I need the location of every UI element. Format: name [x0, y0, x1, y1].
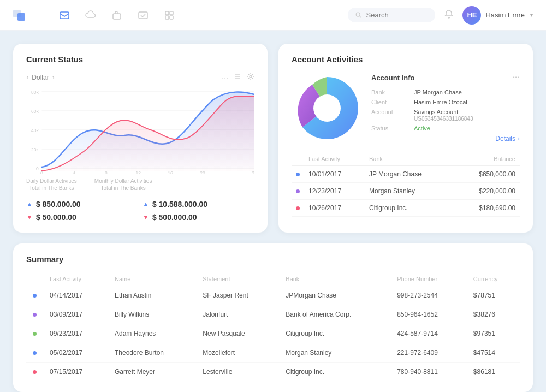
- status-info-row: Status Active: [371, 125, 520, 132]
- summary-currency: $97351: [467, 324, 520, 343]
- summary-name: Billy Wilkins: [108, 305, 196, 324]
- dot-cell: [292, 200, 304, 217]
- account-activities-card: Account Activities: [278, 44, 533, 233]
- main-content: Current Status ‹ Dollar › ···: [0, 31, 546, 392]
- summary-col-3: Statement: [196, 272, 279, 286]
- monthly-up-stat: ▲ $ 10.588.000.00: [143, 200, 254, 209]
- account-info-menu-btn[interactable]: ···: [513, 73, 520, 82]
- bank-label: Bank: [371, 89, 410, 96]
- chart-area: 80k 60k 40k 20k 0: [26, 86, 254, 174]
- summary-table-row: 03/09/2017 Billy Wilkins Jalonfurt Bank …: [26, 305, 520, 324]
- summary-table-row: 04/14/2017 Ethan Austin SF Jasper Rent J…: [26, 286, 520, 305]
- svg-rect-1: [17, 13, 25, 21]
- username-label: Hasim Emre: [485, 11, 525, 19]
- activity-bank: Morgan Stanley: [365, 183, 454, 200]
- top-navigation: HE Hasim Emre ▾: [0, 0, 546, 31]
- summary-dot-cell: [26, 324, 43, 343]
- summary-date: 05/02/2017: [43, 343, 108, 363]
- summary-name: Theodore Burton: [108, 343, 196, 363]
- activity-balance: $650,000.00: [454, 166, 520, 183]
- current-status-card: Current Status ‹ Dollar › ···: [13, 44, 268, 233]
- current-status-title: Current Status: [26, 55, 254, 64]
- status-value: Active: [414, 125, 520, 132]
- user-profile[interactable]: HE Hasim Emre ▾: [462, 6, 533, 25]
- pie-chart: [292, 73, 363, 144]
- nav-cloud-icon[interactable]: [85, 10, 96, 21]
- activity-table-row: 12/23/2017 Morgan Stanley $220,000.00: [292, 183, 520, 200]
- activity-date: 10/26/2017: [304, 200, 365, 217]
- daily-down-stat: ▼ $ 50.000.00: [26, 213, 138, 222]
- svg-rect-6: [170, 11, 173, 15]
- dot-cell: [292, 166, 304, 183]
- top-row: Current Status ‹ Dollar › ···: [13, 44, 533, 233]
- daily-up-stat: ▲ $ 850.000.00: [26, 200, 138, 209]
- summary-bank: Citigroup Inc.: [279, 363, 390, 382]
- activity-table-row: 10/01/2017 JP Morgan Chase $650,000.00: [292, 166, 520, 183]
- monthly-up-arrow-icon: ▲: [143, 200, 149, 208]
- summary-currency: $38276: [467, 305, 520, 324]
- summary-table-row: 09/23/2017 Adam Haynes New Pasquale Citi…: [26, 324, 520, 343]
- svg-text:40k: 40k: [31, 128, 39, 133]
- nav-right: HE Hasim Emre ▾: [348, 6, 533, 25]
- summary-name: Garrett Meyer: [108, 363, 196, 382]
- chart-stats: ▲ $ 850.000.00 ▲ $ 10.588.000.00 ▼ $ 50.…: [26, 200, 254, 222]
- summary-col-2: Name: [108, 272, 196, 286]
- nav-grid-icon[interactable]: [164, 10, 175, 21]
- svg-rect-5: [165, 11, 169, 15]
- summary-dot-cell: [26, 305, 43, 324]
- activity-date: 12/23/2017: [304, 183, 365, 200]
- up-arrow-icon: ▲: [26, 200, 33, 208]
- svg-point-31: [313, 94, 341, 122]
- summary-phone: 780-940-8811: [390, 363, 467, 382]
- svg-text:80k: 80k: [31, 90, 39, 95]
- summary-phone: 221-972-6409: [390, 343, 467, 363]
- summary-statement: SF Jasper Rent: [196, 286, 279, 305]
- account-info-title-label: Account Info: [371, 74, 414, 82]
- svg-text:20k: 20k: [31, 147, 39, 152]
- svg-rect-7: [165, 16, 169, 19]
- details-link[interactable]: Details ›: [371, 135, 520, 142]
- logo: [13, 8, 33, 23]
- account-activities-title: Account Activities: [292, 55, 520, 64]
- nav-inbox-icon[interactable]: [59, 10, 70, 21]
- chart-dots-btn[interactable]: ···: [222, 73, 228, 82]
- chart-prev-btn[interactable]: ‹: [26, 73, 28, 81]
- summary-dot-cell: [26, 343, 43, 363]
- chart-settings-icon[interactable]: [247, 73, 254, 82]
- summary-col-0: [26, 272, 43, 286]
- svg-text:8: 8: [105, 170, 108, 174]
- chart-list-icon[interactable]: [234, 73, 241, 82]
- summary-bank: JPMorgan Chase: [279, 286, 390, 305]
- summary-statement: New Pasquale: [196, 324, 279, 343]
- svg-point-9: [357, 13, 360, 16]
- avatar: HE: [462, 6, 481, 25]
- status-label: Status: [371, 125, 410, 132]
- summary-statement: Lesterville: [196, 363, 279, 382]
- down-arrow-icon: ▼: [26, 213, 33, 221]
- monthly-up-value: $ 10.588.000.00: [152, 200, 207, 209]
- summary-date: 03/09/2017: [43, 305, 108, 324]
- nav-icons: [59, 10, 348, 21]
- account-label: Account: [371, 109, 410, 115]
- svg-text:60k: 60k: [31, 109, 39, 114]
- search-box[interactable]: [348, 8, 435, 22]
- details-chevron-icon: ›: [518, 135, 520, 142]
- account-info: Account Info ··· Bank JP Morgan Chase Cl…: [371, 73, 520, 144]
- col-last-activity: Last Activity: [304, 152, 365, 166]
- activity-bank: Citigroup Inc.: [365, 200, 454, 217]
- chart-next-btn[interactable]: ›: [52, 73, 55, 81]
- summary-card: Summary Last ActivityNameStatementBankPh…: [13, 243, 533, 392]
- notification-bell-icon[interactable]: [444, 9, 454, 21]
- chart-controls: ···: [222, 73, 254, 82]
- summary-statement: Jalonfurt: [196, 305, 279, 324]
- summary-col-4: Bank: [279, 272, 390, 286]
- col-bank: Bank: [365, 152, 454, 166]
- svg-text:24: 24: [252, 170, 254, 174]
- monthly-down-stat: ▼ $ 500.000.00: [143, 213, 254, 222]
- nav-briefcase-icon[interactable]: [111, 10, 122, 21]
- activity-table-row: 10/26/2017 Citigroup Inc. $180,690.00: [292, 200, 520, 217]
- monthly-down-arrow-icon: ▼: [143, 213, 149, 221]
- nav-check-icon[interactable]: [138, 10, 149, 21]
- svg-text:0: 0: [36, 166, 39, 171]
- search-input[interactable]: [366, 11, 428, 19]
